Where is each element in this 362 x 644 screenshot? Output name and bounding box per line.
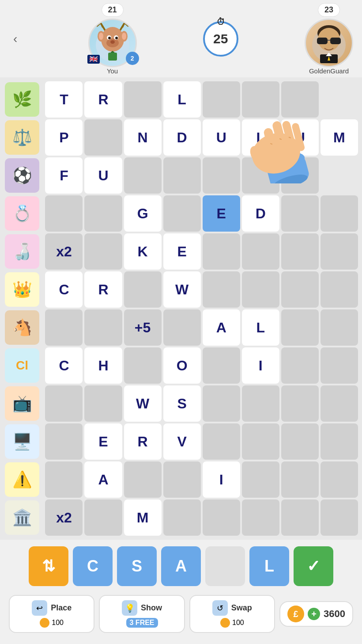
cell-9-5 (203, 423, 240, 460)
clue-image-7: Cl (4, 347, 43, 384)
cell-7-4[interactable]: O (163, 347, 201, 384)
place-button[interactable]: ↩ Place 100 (9, 595, 94, 633)
cell-0-4[interactable]: L (163, 81, 201, 118)
cell-7-1[interactable]: C (45, 347, 83, 384)
show-free-badge: 3 FREE (126, 618, 158, 628)
cell-11-3[interactable]: M (124, 499, 162, 536)
grid-row-6: 🐴 +5 A L (4, 309, 358, 346)
coins-plus-button[interactable]: + (308, 608, 320, 620)
cell-8-3[interactable]: W (124, 385, 162, 422)
cell-1-8[interactable]: M (321, 119, 358, 156)
svg-line-5 (124, 23, 128, 26)
cell-6-5[interactable]: A (203, 309, 240, 346)
cell-11-8 (321, 499, 358, 536)
tile-a[interactable]: A (161, 546, 201, 586)
grid-row-1: ⚖️ P N D U L U M (4, 119, 358, 156)
grid-row-8: 📺 W S (4, 385, 358, 422)
cell-9-4[interactable]: V (163, 423, 201, 460)
cell-5-1[interactable]: C (45, 271, 83, 308)
cell-0-1[interactable]: T (45, 81, 83, 118)
cell-10-4 (163, 461, 201, 498)
cell-0-6 (242, 81, 279, 118)
grid-row-9: 🖥️ E R V (4, 423, 358, 460)
cell-4-4[interactable]: E (163, 233, 201, 270)
cell-9-1 (45, 423, 83, 460)
swap-icon: ↺ (212, 600, 228, 616)
shuffle-button[interactable]: ⇅ (29, 546, 68, 586)
cell-10-6 (242, 461, 279, 498)
cell-11-1-hint: x2 (45, 499, 83, 536)
cell-6-6[interactable]: L (242, 309, 279, 346)
cell-7-6[interactable]: I (242, 347, 279, 384)
cell-11-2 (84, 499, 122, 536)
tile-s[interactable]: S (117, 546, 157, 586)
cell-1-1[interactable]: P (45, 119, 83, 156)
cell-1-3[interactable]: N (124, 119, 162, 156)
action-row: ↩ Place 100 💡 Show 3 FREE ↺ (4, 593, 358, 635)
player-you-name: You (107, 67, 118, 75)
swap-cost: 100 (220, 618, 244, 628)
place-cost-value: 100 (52, 619, 64, 627)
cell-7-2[interactable]: H (84, 347, 122, 384)
cell-6-4 (163, 309, 201, 346)
coins-icon: £ (287, 606, 304, 622)
player-opp-avatar (305, 19, 353, 67)
cell-1-5[interactable]: U (203, 119, 240, 156)
cell-8-1 (45, 385, 83, 422)
cell-9-7 (281, 423, 319, 460)
cell-5-4[interactable]: W (163, 271, 201, 308)
cell-2-1[interactable]: F (45, 157, 83, 194)
swap-button[interactable]: ↺ Swap 100 (189, 595, 275, 633)
clue-image-8: 📺 (4, 385, 43, 422)
cell-3-2 (84, 195, 122, 232)
cell-7-8 (321, 347, 358, 384)
cell-3-3[interactable]: G (124, 195, 162, 232)
confirm-button[interactable]: ✓ (294, 546, 333, 586)
tile-s-label: S (132, 557, 142, 575)
timer-icon: ⏱ (216, 17, 225, 27)
cell-9-2[interactable]: E (84, 423, 122, 460)
cell-4-1-hint: x2 (45, 233, 83, 270)
cell-1-7[interactable]: U (281, 119, 319, 156)
tile-empty[interactable] (205, 546, 245, 586)
svg-rect-23 (317, 38, 328, 44)
tile-l[interactable]: L (249, 546, 289, 586)
cell-4-3[interactable]: K (124, 233, 162, 270)
cell-2-4 (163, 157, 201, 194)
coins-display: £ + 3600 (279, 601, 353, 627)
cell-3-6[interactable]: D (242, 195, 279, 232)
cell-10-2[interactable]: A (84, 461, 122, 498)
timer-section: ⏱ 25 (203, 21, 238, 57)
cell-5-6 (242, 271, 279, 308)
cell-3-7 (281, 195, 319, 232)
svg-rect-24 (330, 38, 341, 44)
clue-image-11: 🏛️ (4, 499, 43, 536)
timer-value: 25 (213, 31, 228, 46)
svg-point-11 (122, 33, 126, 40)
swap-label: Swap (231, 603, 252, 613)
cell-4-2 (84, 233, 122, 270)
cell-8-4[interactable]: S (163, 385, 201, 422)
cell-8-6 (242, 385, 279, 422)
cell-9-3[interactable]: R (124, 423, 162, 460)
back-button[interactable]: ‹ (9, 27, 22, 50)
cell-10-5[interactable]: I (203, 461, 240, 498)
cell-0-2[interactable]: R (84, 81, 122, 118)
cell-2-2[interactable]: U (84, 157, 122, 194)
cell-1-6[interactable]: L (242, 119, 279, 156)
cell-7-3 (124, 347, 162, 384)
show-button[interactable]: 💡 Show 3 FREE (99, 595, 185, 633)
cell-1-4[interactable]: D (163, 119, 201, 156)
show-icon: 💡 (122, 600, 137, 616)
svg-point-16 (115, 37, 118, 39)
player-you-section: 21 (88, 3, 137, 75)
grid-row-5: 👑 C R W (4, 271, 358, 308)
bottom-area: ⇅ C S A L ✓ ↩ Place 100 (0, 540, 362, 640)
show-free: 3 FREE (126, 618, 158, 628)
cell-5-8 (321, 271, 358, 308)
cell-5-2[interactable]: R (84, 271, 122, 308)
grid-row-7: Cl C H O I (4, 347, 358, 384)
cell-3-5-blue[interactable]: E (203, 195, 240, 232)
cell-5-7 (281, 271, 319, 308)
tile-c[interactable]: C (73, 546, 113, 586)
